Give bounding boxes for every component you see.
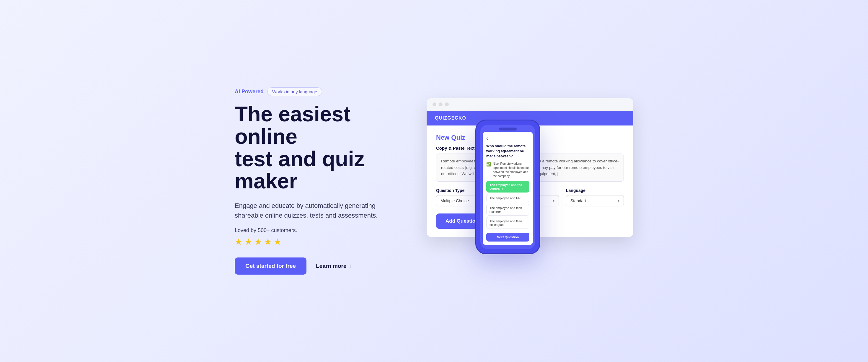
star-rating: ★ ★ ★ ★ ★ [235, 237, 406, 247]
next-question-button[interactable]: Next Question [486, 233, 529, 242]
difficulty-chevron-icon: ▾ [553, 199, 554, 203]
correct-feedback-text: Nice! Remote working agreement should be… [493, 162, 529, 178]
answer-option-4[interactable]: The employee and their colleagues [486, 217, 529, 229]
language-select[interactable]: Standart ▾ [566, 195, 624, 206]
language-chevron-icon: ▾ [618, 199, 619, 203]
check-circle-icon: ✅ [486, 162, 491, 167]
browser-dot-red [433, 102, 436, 106]
phone-notch [499, 127, 517, 130]
phone-device: ‹ Who should the remote working agreemen… [475, 120, 540, 254]
cta-row: Get started for free Learn more ↓ [235, 258, 406, 275]
ai-powered-label: AI Powered [235, 89, 264, 95]
answer-option-2[interactable]: The employee and HR [486, 194, 529, 202]
phone-question-text: Who should the remote working agreement … [486, 144, 529, 158]
phone-inner: ‹ Who should the remote working agreemen… [480, 125, 535, 249]
browser-dot-yellow [439, 102, 442, 106]
correct-answer-feedback: ✅ Nice! Remote working agreement should … [486, 162, 529, 178]
star-2: ★ [244, 237, 252, 247]
language-badge: Works in any language [267, 87, 322, 96]
phone-notch-area [480, 125, 535, 132]
phone-bottom-space [480, 245, 535, 249]
star-3: ★ [254, 237, 262, 247]
browser-dot-green [445, 102, 449, 106]
phone-back-button[interactable]: ‹ [486, 135, 529, 142]
phone-content: ‹ Who should the remote working agreemen… [483, 132, 533, 245]
star-5: ★ [274, 237, 282, 247]
main-heading: The easiest online test and quiz maker [235, 103, 406, 192]
right-section: QUIZGECKO New Quiz Copy & Paste Text Rem… [418, 92, 633, 270]
answer-option-1[interactable]: The employee and the company [486, 181, 529, 192]
answer-option-3[interactable]: The employee and their manager [486, 204, 529, 215]
loved-by-text: Loved by 500+ customers. [235, 228, 406, 234]
phone-wrapper: ‹ Who should the remote working agreemen… [475, 120, 540, 254]
get-started-button[interactable]: Get started for free [235, 258, 306, 275]
left-section: AI Powered Works in any language The eas… [235, 87, 406, 274]
quizgecko-logo: QUIZGECKO [435, 116, 466, 120]
subtitle-text: Engage and educate by automatically gene… [235, 201, 388, 220]
star-1: ★ [235, 237, 243, 247]
badge-row: AI Powered Works in any language [235, 87, 406, 96]
browser-titlebar [427, 98, 633, 111]
learn-more-arrow-icon: ↓ [349, 263, 352, 269]
learn-more-link[interactable]: Learn more ↓ [316, 263, 351, 269]
star-4: ★ [264, 237, 272, 247]
language-label: Language [566, 188, 624, 193]
language-group: Language Standart ▾ [566, 188, 624, 206]
